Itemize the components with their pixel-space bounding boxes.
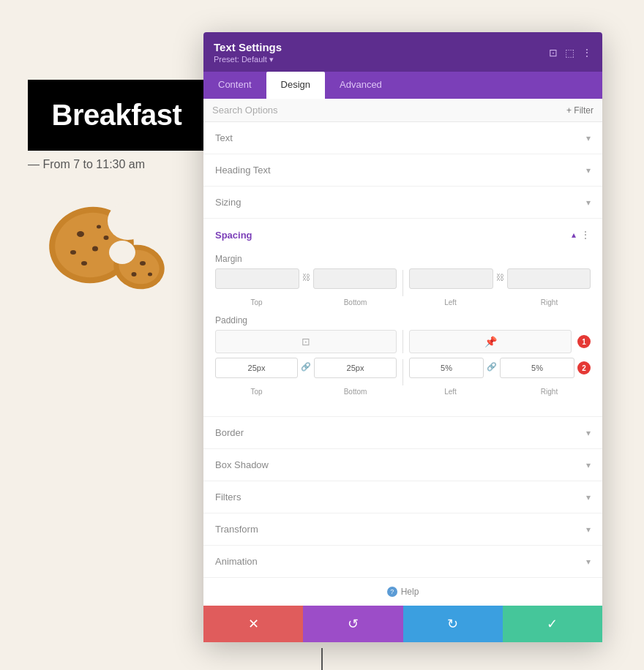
svg-point-12 — [109, 241, 135, 264]
search-bar: Search Options + Filter — [203, 99, 602, 122]
from-text: — From 7 to 11:30 am — [28, 158, 145, 171]
panel-header-actions: ⊡ ⬚ ⋮ — [549, 47, 592, 59]
section-sizing[interactable]: Sizing ▾ — [203, 187, 602, 219]
section-border-label: Border — [215, 427, 244, 438]
badge-2: 2 — [577, 361, 591, 374]
margin-left-field — [409, 268, 493, 289]
redo-button[interactable]: ↻ — [403, 606, 503, 642]
section-text-label: Text — [215, 132, 233, 143]
svg-point-15 — [148, 273, 152, 276]
section-filters-label: Filters — [215, 492, 241, 502]
padding-tb-link-icon: 🔗 — [301, 362, 311, 372]
section-box-shadow-label: Box Shadow — [215, 459, 269, 470]
svg-point-7 — [104, 236, 109, 240]
section-transform-label: Transform — [215, 524, 258, 535]
box-shadow-chevron-icon: ▾ — [586, 460, 591, 470]
section-text[interactable]: Text ▾ — [203, 122, 602, 154]
tab-advanced[interactable]: Advanced — [325, 72, 397, 99]
padding-bottom-field — [314, 358, 397, 378]
spacing-content: Margin ⛓ — [203, 254, 602, 416]
margin-bottom-input[interactable] — [313, 268, 397, 289]
undo-button[interactable]: ↺ — [303, 606, 402, 642]
section-heading-text[interactable]: Heading Text ▾ — [203, 154, 602, 187]
spacing-label: Spacing — [215, 230, 252, 241]
svg-point-5 — [92, 246, 98, 252]
section-animation-label: Animation — [215, 556, 258, 567]
padding-lr-icon: 📌 — [409, 330, 572, 353]
section-animation[interactable]: Animation ▾ — [203, 546, 602, 578]
margin-bottom-sublabel: Bottom — [314, 298, 397, 306]
split-view-icon[interactable]: ⬚ — [565, 47, 574, 59]
padding-right-field — [500, 358, 574, 378]
margin-right-field — [507, 268, 591, 289]
margin-lr-link-icon: ⛓ — [496, 273, 504, 282]
margin-right-input[interactable] — [507, 268, 591, 289]
sizing-chevron-icon: ▾ — [586, 197, 591, 208]
padding-top-bottom-icon: ⊡ — [215, 330, 397, 353]
panel-body: Search Options + Filter Text ▾ Heading T… — [203, 99, 602, 606]
svg-point-14 — [132, 272, 137, 276]
bottom-indicator — [321, 648, 323, 670]
breakfast-title: Breakfast — [52, 99, 182, 132]
margin-label: Margin — [215, 254, 591, 264]
tab-design[interactable]: Design — [266, 72, 325, 99]
filter-button[interactable]: + Filter — [566, 105, 594, 116]
padding-bottom-sublabel: Bottom — [314, 388, 397, 396]
more-options-icon[interactable]: ⋮ — [582, 47, 592, 59]
margin-left-input[interactable] — [409, 268, 493, 289]
cookie-image — [40, 190, 165, 300]
confirm-button[interactable]: ✓ — [503, 606, 602, 642]
panel-title: Text Settings — [214, 41, 282, 53]
padding-left-sublabel: Left — [409, 388, 492, 396]
margin-top-input[interactable] — [215, 268, 299, 289]
panel-preset[interactable]: Preset: Default ▾ — [214, 55, 282, 64]
badge-1: 1 — [577, 335, 591, 348]
settings-panel: Text Settings Preset: Default ▾ ⊡ ⬚ ⋮ Co… — [203, 32, 602, 642]
spacing-header[interactable]: Spacing ▴ ⋮ — [203, 219, 602, 251]
panel-tabs: Content Design Advanced — [203, 72, 602, 99]
padding-label: Padding — [215, 315, 591, 325]
spacing-menu-icon[interactable]: ⋮ — [580, 229, 591, 241]
svg-point-13 — [140, 261, 146, 266]
help-label[interactable]: Help — [401, 587, 419, 597]
help-icon: ? — [387, 587, 397, 597]
search-input[interactable]: Search Options — [212, 105, 566, 116]
cancel-button[interactable]: ✕ — [203, 606, 303, 642]
padding-top-sublabel: Top — [215, 388, 298, 396]
padding-right-sublabel: Right — [508, 388, 591, 396]
margin-tb-link-icon: ⛓ — [302, 273, 310, 282]
padding-left-input[interactable] — [409, 358, 484, 378]
section-spacing: Spacing ▴ ⋮ Margin — [203, 219, 602, 417]
padding-left-field — [409, 358, 484, 378]
section-transform[interactable]: Transform ▾ — [203, 513, 602, 546]
margin-right-sublabel: Right — [508, 298, 591, 306]
padding-top-input[interactable] — [215, 358, 298, 378]
section-filters[interactable]: Filters ▾ — [203, 481, 602, 513]
padding-top-field — [215, 358, 298, 378]
fullscreen-icon[interactable]: ⊡ — [549, 47, 558, 59]
padding-right-input[interactable] — [500, 358, 574, 378]
spacing-header-right: ▴ ⋮ — [572, 229, 591, 241]
section-heading-label: Heading Text — [215, 165, 271, 176]
help-row: ? Help — [203, 578, 602, 606]
svg-point-4 — [77, 231, 84, 237]
transform-chevron-icon: ▾ — [586, 524, 591, 535]
padding-lr-link-icon: 🔗 — [487, 362, 497, 372]
filters-chevron-icon: ▾ — [586, 492, 591, 502]
padding-bottom-input[interactable] — [314, 358, 397, 378]
panel-header: Text Settings Preset: Default ▾ ⊡ ⬚ ⋮ — [203, 32, 602, 72]
breakfast-block: Breakfast — [28, 80, 206, 151]
section-border[interactable]: Border ▾ — [203, 417, 602, 449]
spacing-chevron-icon: ▴ — [572, 230, 576, 240]
text-chevron-icon: ▾ — [586, 133, 591, 143]
margin-bottom-field — [313, 268, 397, 289]
svg-point-6 — [70, 250, 76, 255]
animation-chevron-icon: ▾ — [586, 557, 591, 567]
margin-top-sublabel: Top — [215, 298, 298, 306]
section-box-shadow[interactable]: Box Shadow ▾ — [203, 449, 602, 481]
tab-content[interactable]: Content — [203, 72, 266, 99]
panel-footer: ✕ ↺ ↻ ✓ — [203, 606, 602, 642]
margin-row: Margin ⛓ — [215, 254, 591, 306]
heading-chevron-icon: ▾ — [586, 165, 591, 176]
border-chevron-icon: ▾ — [586, 428, 591, 438]
